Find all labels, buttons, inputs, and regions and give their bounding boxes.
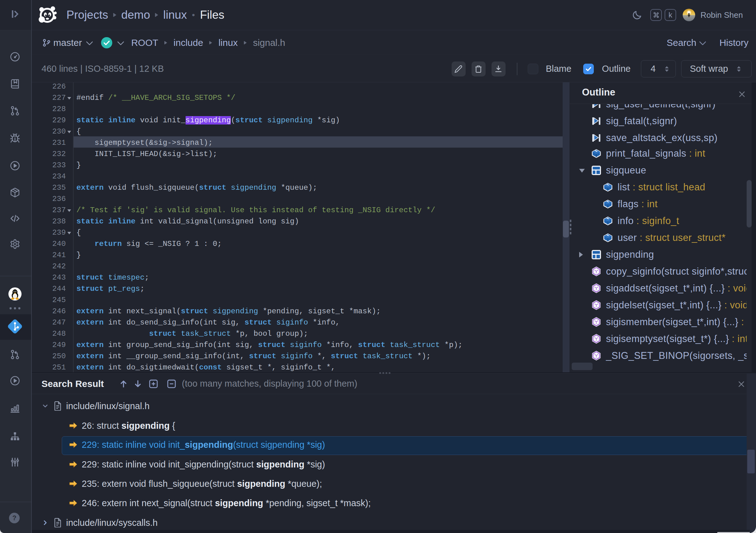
svg-text:?: ? xyxy=(12,514,16,522)
